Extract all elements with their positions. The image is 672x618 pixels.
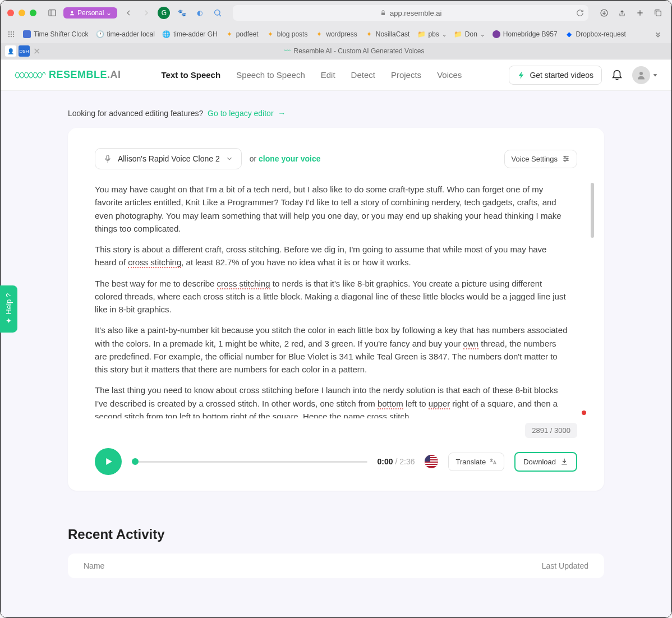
pinned-tab-2[interactable]: DSH	[19, 45, 30, 57]
avatar	[632, 66, 650, 84]
window-controls[interactable]	[7, 10, 36, 16]
col-name: Name	[84, 561, 104, 570]
share-icon[interactable]	[615, 6, 629, 20]
sidebar-toggle-icon[interactable]	[45, 6, 59, 20]
tab-favicon: 〰	[284, 47, 291, 55]
activity-table-header: Name Last Updated	[68, 554, 604, 578]
seek-thumb[interactable]	[132, 458, 139, 465]
nav-detect[interactable]: Detect	[351, 70, 375, 80]
scrollbar[interactable]	[591, 183, 594, 238]
sliders-icon	[562, 155, 570, 163]
svg-rect-22	[107, 155, 109, 160]
bookmark-pbs[interactable]: 📁pbs⌄	[417, 30, 446, 38]
user-menu[interactable]	[632, 66, 658, 84]
svg-marker-21	[653, 74, 657, 76]
bookmark-time-adder-local[interactable]: 🕐time-adder local	[96, 30, 155, 38]
help-tab[interactable]: ✦ Help ?	[1, 285, 17, 333]
svg-point-27	[567, 158, 568, 159]
maximize-window[interactable]	[30, 10, 36, 16]
bookmark-podfeet[interactable]: ✦podfeet	[225, 30, 259, 38]
seek-bar[interactable]	[132, 455, 367, 468]
svg-point-14	[8, 34, 10, 35]
profile-badge[interactable]: Personal ⌄	[63, 7, 117, 19]
chevron-down-icon: ⌄	[480, 31, 485, 38]
url-text: app.resemble.ai	[390, 9, 442, 17]
nav-projects[interactable]: Projects	[391, 70, 421, 80]
back-button[interactable]	[122, 6, 135, 20]
chevron-down-icon	[652, 72, 658, 78]
bookmark-time-adder-gh[interactable]: 🌐time-adder GH	[163, 30, 218, 38]
voice-selector[interactable]: Allison's Rapid Voice Clone 2	[95, 148, 242, 169]
nav-voices[interactable]: Voices	[437, 70, 462, 80]
svg-point-3	[215, 10, 220, 15]
translate-icon	[489, 458, 497, 465]
download-icon	[560, 458, 568, 465]
bookmark-homebridge[interactable]: Homebridge B957	[493, 30, 558, 38]
svg-point-11	[8, 31, 10, 33]
apps-icon[interactable]	[7, 30, 15, 38]
chevron-down-icon: ⌄	[442, 31, 447, 38]
svg-point-13	[13, 31, 14, 33]
svg-rect-5	[381, 13, 385, 16]
close-window[interactable]	[7, 10, 14, 16]
bookmark-blog-posts[interactable]: ✦blog posts	[266, 30, 308, 38]
pinned-tab-1[interactable]: 👤	[5, 45, 16, 57]
search-ext-icon[interactable]	[211, 7, 224, 19]
svg-point-17	[8, 36, 10, 37]
svg-rect-36	[425, 455, 430, 462]
text-editor[interactable]: You may have caught on that I'm a bit of…	[95, 183, 582, 418]
bookmarks-bar: Time Shifter Clock 🕐time-adder local 🌐ti…	[1, 25, 671, 43]
voice-settings-button[interactable]: Voice Settings	[504, 150, 577, 168]
svg-point-26	[564, 156, 565, 157]
nav-edit[interactable]: Edit	[321, 70, 335, 80]
svg-line-4	[219, 15, 221, 16]
translate-button[interactable]: Translate	[448, 453, 504, 471]
grammarly-icon[interactable]: G	[158, 7, 170, 19]
bookmark-don[interactable]: 📁Don⌄	[454, 30, 485, 38]
nav-speech-to-speech[interactable]: Speech to Speech	[236, 70, 305, 80]
svg-point-20	[639, 72, 643, 75]
extension-icon[interactable]: ◐	[194, 7, 206, 19]
resemble-logo[interactable]: RESEMBLE.AI	[14, 67, 121, 83]
download-button[interactable]: Download	[514, 452, 577, 472]
svg-rect-0	[49, 10, 56, 16]
svg-rect-10	[656, 11, 661, 16]
col-last-updated: Last Updated	[542, 561, 588, 570]
language-flag-us[interactable]	[425, 455, 438, 468]
svg-marker-29	[106, 458, 112, 465]
forward-button[interactable]	[140, 6, 153, 20]
bookmark-dropbox[interactable]: ◆Dropbox-request	[565, 30, 626, 38]
svg-point-12	[11, 31, 12, 33]
lock-icon	[380, 10, 386, 16]
editor-card: Allison's Rapid Voice Clone 2 or clone y…	[68, 128, 604, 491]
bookmark-wordpress[interactable]: ✦wordpress	[315, 30, 357, 38]
legacy-editor-link[interactable]: Go to legacy editor →	[208, 109, 286, 118]
new-tab-icon[interactable]	[633, 6, 647, 20]
address-bar[interactable]: app.resemble.ai	[233, 5, 588, 21]
downloads-icon[interactable]	[597, 6, 611, 20]
svg-point-19	[13, 36, 14, 37]
svg-point-2	[71, 11, 73, 13]
minimize-window[interactable]	[19, 10, 25, 16]
notifications-icon[interactable]	[611, 68, 623, 82]
bookmarks-overflow-icon[interactable]	[651, 27, 665, 41]
legacy-prompt-row: Looking for advanced editing features? G…	[68, 109, 604, 118]
logo-wave-icon	[14, 67, 45, 83]
chevron-down-icon	[225, 155, 233, 163]
svg-point-18	[11, 36, 12, 37]
reload-icon[interactable]	[576, 9, 584, 17]
get-started-button[interactable]: Get started videos	[509, 66, 602, 85]
svg-rect-34	[425, 463, 438, 464]
nav-text-to-speech[interactable]: Text to Speech	[162, 70, 221, 80]
clone-voice-link[interactable]: clone your voice	[259, 154, 320, 163]
recent-activity-heading: Recent Activity	[68, 527, 604, 542]
close-tab-icon[interactable]: ✕	[32, 47, 41, 56]
profile-label: Personal	[77, 9, 104, 17]
bookmark-time-shifter[interactable]: Time Shifter Clock	[23, 30, 89, 38]
svg-point-16	[13, 34, 14, 35]
play-button[interactable]	[95, 448, 122, 475]
bookmark-nosillacast[interactable]: ✦NosillaCast	[365, 30, 410, 38]
indicator-dot	[582, 411, 586, 415]
paw-icon[interactable]: 🐾	[176, 7, 188, 19]
tabs-overview-icon[interactable]	[651, 6, 665, 20]
